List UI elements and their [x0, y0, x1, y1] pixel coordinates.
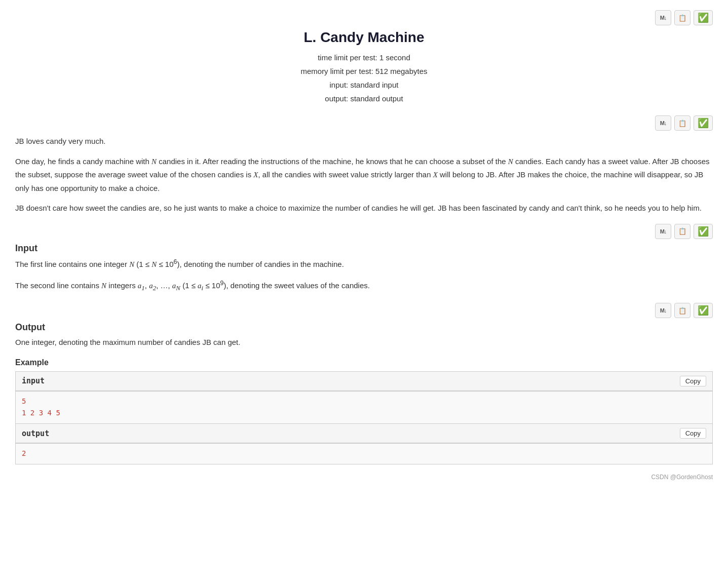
md-button-input[interactable]: M↓: [655, 224, 671, 239]
time-limit: time limit per test: 1 second: [15, 51, 713, 64]
input-type: input: standard input: [15, 78, 713, 92]
check-icon-output: ✅: [698, 305, 709, 316]
copy-output-label: Copy: [685, 429, 701, 437]
input-line1: 5: [22, 396, 706, 408]
example-input-data-cell: 5 1 2 3 4 5: [16, 391, 713, 424]
example-section: Example input Copy 5: [15, 358, 713, 464]
input-toolbar: M↓ 📋 ✅: [15, 224, 713, 239]
math-ai: a: [198, 282, 202, 290]
copy-icon-input: 📋: [678, 227, 686, 235]
example-output-header-row: output Copy: [16, 424, 713, 444]
input-line2: 1 2 3 4 5: [22, 407, 706, 419]
check-icon-intro: ✅: [698, 118, 709, 129]
output-type: output: standard output: [15, 92, 713, 105]
example-table: input Copy 5 1 2 3 4 5: [15, 371, 713, 464]
math-N1: N: [151, 158, 157, 166]
copy-icon-intro: 📋: [678, 120, 686, 127]
input-line1: The first line contains one integer N (1…: [15, 257, 713, 271]
output-toolbar: M↓ 📋 ✅: [15, 303, 713, 318]
memory-limit: memory limit per test: 512 megabytes: [15, 64, 713, 78]
md-icon-output: M↓: [660, 307, 667, 314]
math-sub1: 1: [141, 284, 145, 292]
example-input-data-row: 5 1 2 3 4 5: [16, 391, 713, 424]
problem-meta: time limit per test: 1 second memory lim…: [15, 51, 713, 105]
output-line1: One integer, denoting the maximum number…: [15, 336, 713, 349]
output-title: Output: [15, 322, 713, 333]
input-code: 5 1 2 3 4 5: [16, 392, 712, 424]
math-sub2: 2: [153, 284, 157, 292]
copy-input-label: Copy: [685, 377, 701, 385]
math-X1: X: [253, 171, 258, 179]
intro-section: JB loves candy very much. One day, he fi…: [15, 135, 713, 215]
example-input-header-row: input Copy: [16, 371, 713, 391]
example-output-data-cell: 2: [16, 444, 713, 464]
problem-header: L. Candy Machine time limit per test: 1 …: [15, 29, 713, 105]
example-title: Example: [15, 358, 713, 367]
copy-output-button[interactable]: Copy: [680, 428, 706, 439]
problem-title: L. Candy Machine: [15, 29, 713, 46]
example-input-header-cell: input Copy: [16, 371, 713, 391]
example-output-data-row: 2: [16, 444, 713, 464]
math-subN: N: [176, 284, 180, 292]
check-icon-top: ✅: [698, 12, 709, 23]
math-N2: N: [508, 158, 513, 166]
check-button-input[interactable]: ✅: [694, 224, 713, 239]
md-button-top[interactable]: M↓: [655, 10, 671, 25]
output-code: 2: [16, 444, 712, 464]
example-output-header-cell: output Copy: [16, 424, 713, 444]
math-a2: a: [149, 282, 153, 290]
copy-button-input[interactable]: 📋: [674, 224, 691, 239]
copy-button-top[interactable]: 📋: [674, 10, 691, 25]
intro-line1-text: JB loves candy very much.: [15, 137, 105, 145]
copy-button-intro[interactable]: 📋: [674, 115, 691, 131]
md-button-intro[interactable]: M↓: [655, 115, 671, 131]
md-icon: M↓: [660, 15, 667, 21]
input-line2: The second line contains N integers a1, …: [15, 278, 713, 294]
top-toolbar: M↓ 📋 ✅: [15, 10, 713, 25]
md-icon-intro: M↓: [660, 120, 667, 126]
md-button-output[interactable]: M↓: [655, 303, 671, 318]
output-label: output: [22, 429, 49, 438]
input-title: Input: [15, 243, 713, 254]
math-X2: X: [433, 171, 438, 179]
md-icon-input: M↓: [660, 228, 667, 234]
check-button-output[interactable]: ✅: [694, 303, 713, 318]
math-N-input3: N: [101, 282, 106, 290]
input-label: input: [22, 376, 45, 385]
check-button-intro[interactable]: ✅: [694, 115, 713, 131]
copy-icon-output: 📋: [678, 307, 686, 315]
math-N-input: N: [129, 260, 134, 268]
copy-icon-top: 📋: [678, 14, 686, 22]
example-output-header: output Copy: [16, 424, 712, 443]
intro-toolbar: M↓ 📋 ✅: [15, 115, 713, 131]
intro-paragraph1: One day, he finds a candy machine with N…: [15, 155, 713, 195]
math-subi: i: [202, 284, 204, 292]
input-section: Input The first line contains one intege…: [15, 243, 713, 294]
output-section: Output One integer, denoting the maximum…: [15, 322, 713, 349]
example-input-header: input Copy: [16, 372, 712, 391]
math-N-input2: N: [151, 260, 157, 268]
intro-line1: JB loves candy very much.: [15, 135, 713, 148]
check-button-top[interactable]: ✅: [694, 10, 713, 25]
output-line1: 2: [22, 448, 706, 460]
footer-note: CSDN @GordenGhost: [15, 474, 713, 481]
intro-paragraph2: JB doesn't care how sweet the candies ar…: [15, 202, 713, 215]
copy-button-output[interactable]: 📋: [674, 303, 691, 318]
check-icon-input: ✅: [698, 226, 709, 237]
copy-input-button[interactable]: Copy: [680, 376, 706, 386]
